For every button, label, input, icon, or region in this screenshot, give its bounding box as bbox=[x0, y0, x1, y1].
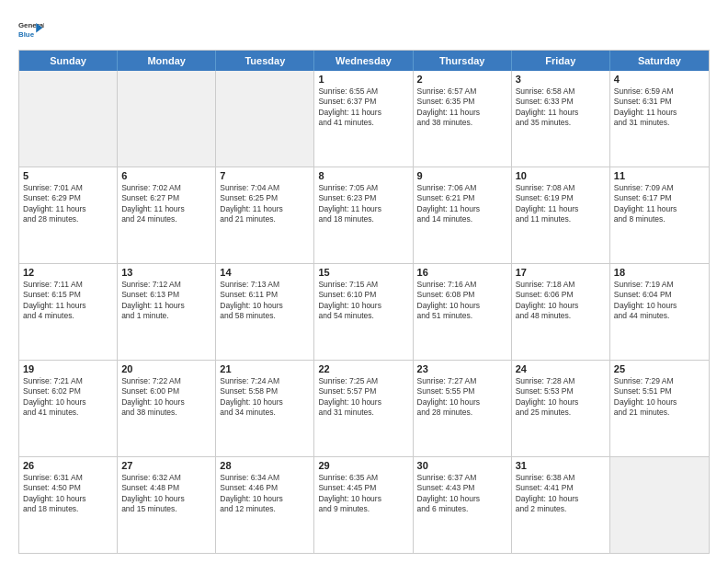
day-info: Sunrise: 6:32 AM Sunset: 4:48 PM Dayligh… bbox=[121, 473, 211, 515]
day-number: 30 bbox=[417, 460, 507, 471]
day-number: 2 bbox=[417, 74, 507, 85]
calendar-cell: 26Sunrise: 6:31 AM Sunset: 4:50 PM Dayli… bbox=[19, 457, 118, 553]
day-info: Sunrise: 7:29 AM Sunset: 5:51 PM Dayligh… bbox=[614, 376, 705, 419]
calendar-cell: 29Sunrise: 6:35 AM Sunset: 4:45 PM Dayli… bbox=[314, 457, 413, 553]
calendar-row-2: 5Sunrise: 7:01 AM Sunset: 6:29 PM Daylig… bbox=[19, 167, 709, 264]
header-cell-sunday: Sunday bbox=[19, 51, 118, 71]
header-cell-wednesday: Wednesday bbox=[314, 51, 413, 71]
day-number: 18 bbox=[614, 267, 705, 278]
calendar-cell: 24Sunrise: 7:28 AM Sunset: 5:53 PM Dayli… bbox=[512, 361, 610, 456]
calendar-cell: 6Sunrise: 7:02 AM Sunset: 6:27 PM Daylig… bbox=[118, 167, 216, 263]
calendar-cell: 5Sunrise: 7:01 AM Sunset: 6:29 PM Daylig… bbox=[19, 167, 118, 263]
calendar-body: 1Sunrise: 6:55 AM Sunset: 6:37 PM Daylig… bbox=[19, 71, 709, 553]
day-info: Sunrise: 6:57 AM Sunset: 6:35 PM Dayligh… bbox=[417, 86, 507, 129]
day-number: 23 bbox=[417, 363, 507, 374]
calendar-cell: 17Sunrise: 7:18 AM Sunset: 6:06 PM Dayli… bbox=[512, 264, 610, 360]
calendar-cell bbox=[610, 457, 709, 553]
day-info: Sunrise: 7:01 AM Sunset: 6:29 PM Dayligh… bbox=[23, 183, 113, 225]
day-info: Sunrise: 7:21 AM Sunset: 6:02 PM Dayligh… bbox=[23, 376, 113, 419]
day-info: Sunrise: 7:25 AM Sunset: 5:57 PM Dayligh… bbox=[318, 376, 408, 419]
calendar-cell: 4Sunrise: 6:59 AM Sunset: 6:31 PM Daylig… bbox=[610, 71, 709, 167]
day-number: 21 bbox=[220, 363, 310, 374]
calendar-cell: 25Sunrise: 7:29 AM Sunset: 5:51 PM Dayli… bbox=[610, 361, 709, 456]
header: General Blue bbox=[18, 17, 710, 42]
day-info: Sunrise: 6:38 AM Sunset: 4:41 PM Dayligh… bbox=[516, 473, 606, 515]
day-number: 5 bbox=[23, 170, 113, 181]
day-number: 3 bbox=[516, 74, 606, 85]
day-number: 15 bbox=[318, 267, 408, 278]
day-number: 10 bbox=[516, 170, 606, 181]
day-number: 26 bbox=[23, 460, 113, 471]
day-number: 8 bbox=[318, 170, 408, 181]
day-number: 27 bbox=[121, 460, 211, 471]
day-info: Sunrise: 7:11 AM Sunset: 6:15 PM Dayligh… bbox=[23, 280, 113, 322]
calendar-cell: 27Sunrise: 6:32 AM Sunset: 4:48 PM Dayli… bbox=[118, 457, 216, 553]
day-number: 14 bbox=[220, 267, 310, 278]
calendar-cell: 18Sunrise: 7:19 AM Sunset: 6:04 PM Dayli… bbox=[610, 264, 709, 360]
day-number: 7 bbox=[220, 170, 310, 181]
day-info: Sunrise: 7:24 AM Sunset: 5:58 PM Dayligh… bbox=[220, 376, 310, 419]
day-number: 28 bbox=[220, 460, 310, 471]
calendar-cell: 15Sunrise: 7:15 AM Sunset: 6:10 PM Dayli… bbox=[314, 264, 413, 360]
calendar-header-row: SundayMondayTuesdayWednesdayThursdayFrid… bbox=[19, 51, 709, 71]
calendar-cell: 10Sunrise: 7:08 AM Sunset: 6:19 PM Dayli… bbox=[512, 167, 610, 263]
calendar-cell: 31Sunrise: 6:38 AM Sunset: 4:41 PM Dayli… bbox=[512, 457, 610, 553]
day-info: Sunrise: 7:18 AM Sunset: 6:06 PM Dayligh… bbox=[516, 280, 606, 322]
calendar-cell: 16Sunrise: 7:16 AM Sunset: 6:08 PM Dayli… bbox=[414, 264, 512, 360]
day-info: Sunrise: 6:34 AM Sunset: 4:46 PM Dayligh… bbox=[220, 473, 310, 515]
calendar-cell bbox=[19, 71, 118, 167]
day-number: 29 bbox=[318, 460, 408, 471]
calendar-row-4: 19Sunrise: 7:21 AM Sunset: 6:02 PM Dayli… bbox=[19, 361, 709, 457]
calendar-cell: 20Sunrise: 7:22 AM Sunset: 6:00 PM Dayli… bbox=[118, 361, 216, 456]
day-number: 25 bbox=[614, 363, 705, 374]
header-cell-tuesday: Tuesday bbox=[216, 51, 314, 71]
header-cell-thursday: Thursday bbox=[414, 51, 512, 71]
calendar-cell: 9Sunrise: 7:06 AM Sunset: 6:21 PM Daylig… bbox=[414, 167, 512, 263]
day-number: 11 bbox=[614, 170, 705, 181]
day-number: 17 bbox=[516, 267, 606, 278]
day-info: Sunrise: 7:04 AM Sunset: 6:25 PM Dayligh… bbox=[220, 183, 310, 225]
calendar-cell: 30Sunrise: 6:37 AM Sunset: 4:43 PM Dayli… bbox=[414, 457, 512, 553]
calendar-row-1: 1Sunrise: 6:55 AM Sunset: 6:37 PM Daylig… bbox=[19, 71, 709, 167]
header-cell-friday: Friday bbox=[512, 51, 610, 71]
logo: General Blue bbox=[18, 17, 44, 42]
calendar-cell: 28Sunrise: 6:34 AM Sunset: 4:46 PM Dayli… bbox=[216, 457, 314, 553]
day-info: Sunrise: 7:22 AM Sunset: 6:00 PM Dayligh… bbox=[121, 376, 211, 419]
header-cell-saturday: Saturday bbox=[610, 51, 709, 71]
day-info: Sunrise: 7:08 AM Sunset: 6:19 PM Dayligh… bbox=[516, 183, 606, 225]
day-info: Sunrise: 6:58 AM Sunset: 6:33 PM Dayligh… bbox=[516, 86, 606, 129]
svg-text:Blue: Blue bbox=[18, 30, 35, 39]
calendar-cell: 14Sunrise: 7:13 AM Sunset: 6:11 PM Dayli… bbox=[216, 264, 314, 360]
calendar-cell: 19Sunrise: 7:21 AM Sunset: 6:02 PM Dayli… bbox=[19, 361, 118, 456]
day-number: 4 bbox=[614, 74, 705, 85]
calendar-row-3: 12Sunrise: 7:11 AM Sunset: 6:15 PM Dayli… bbox=[19, 264, 709, 361]
calendar-cell: 13Sunrise: 7:12 AM Sunset: 6:13 PM Dayli… bbox=[118, 264, 216, 360]
day-info: Sunrise: 7:19 AM Sunset: 6:04 PM Dayligh… bbox=[614, 280, 705, 322]
day-info: Sunrise: 7:12 AM Sunset: 6:13 PM Dayligh… bbox=[121, 280, 211, 322]
day-info: Sunrise: 7:16 AM Sunset: 6:08 PM Dayligh… bbox=[417, 280, 507, 322]
day-number: 19 bbox=[23, 363, 113, 374]
page: General Blue SundayMondayTuesdayWednesda… bbox=[0, 0, 728, 563]
calendar-cell bbox=[216, 71, 314, 167]
day-info: Sunrise: 6:37 AM Sunset: 4:43 PM Dayligh… bbox=[417, 473, 507, 515]
day-number: 1 bbox=[318, 74, 408, 85]
day-info: Sunrise: 6:31 AM Sunset: 4:50 PM Dayligh… bbox=[23, 473, 113, 515]
day-info: Sunrise: 7:28 AM Sunset: 5:53 PM Dayligh… bbox=[516, 376, 606, 419]
day-info: Sunrise: 7:02 AM Sunset: 6:27 PM Dayligh… bbox=[121, 183, 211, 225]
calendar-cell: 23Sunrise: 7:27 AM Sunset: 5:55 PM Dayli… bbox=[414, 361, 512, 456]
calendar-cell: 7Sunrise: 7:04 AM Sunset: 6:25 PM Daylig… bbox=[216, 167, 314, 263]
calendar-cell: 2Sunrise: 6:57 AM Sunset: 6:35 PM Daylig… bbox=[414, 71, 512, 167]
day-number: 6 bbox=[121, 170, 211, 181]
day-number: 16 bbox=[417, 267, 507, 278]
day-number: 9 bbox=[417, 170, 507, 181]
day-info: Sunrise: 7:06 AM Sunset: 6:21 PM Dayligh… bbox=[417, 183, 507, 225]
day-number: 24 bbox=[516, 363, 606, 374]
calendar: SundayMondayTuesdayWednesdayThursdayFrid… bbox=[18, 50, 710, 554]
day-info: Sunrise: 6:35 AM Sunset: 4:45 PM Dayligh… bbox=[318, 473, 408, 515]
day-number: 31 bbox=[516, 460, 606, 471]
day-number: 22 bbox=[318, 363, 408, 374]
day-info: Sunrise: 7:15 AM Sunset: 6:10 PM Dayligh… bbox=[318, 280, 408, 322]
header-cell-monday: Monday bbox=[118, 51, 216, 71]
logo-icon: General Blue bbox=[18, 17, 44, 42]
calendar-cell: 3Sunrise: 6:58 AM Sunset: 6:33 PM Daylig… bbox=[512, 71, 610, 167]
